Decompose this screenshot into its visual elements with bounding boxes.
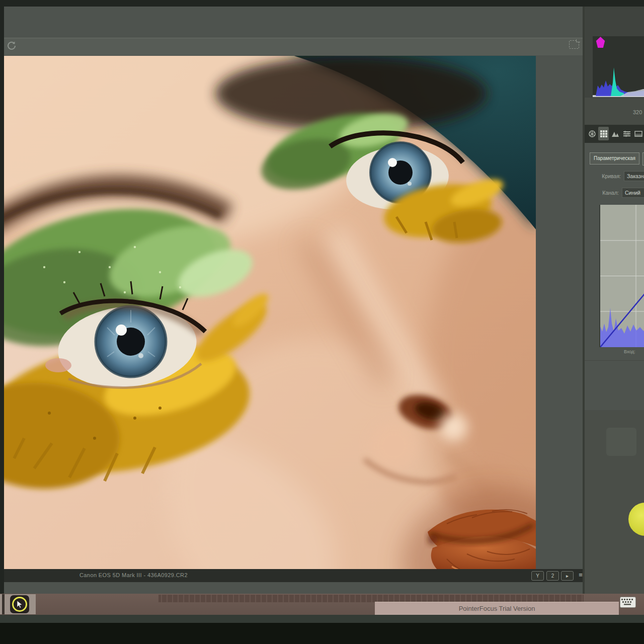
window-left-edge [0,7,4,594]
curve-type-dropdown[interactable]: Заказная [624,171,644,181]
panel-divider [585,360,644,361]
photo-editor-app: Canon EOS 5D Mark III - 436A0929.CR2 Y 2… [0,0,644,644]
tab-panel-icon[interactable] [633,127,643,140]
tab-levels-icon[interactable] [621,127,632,140]
viewer-play-button[interactable]: ▸ [561,571,574,581]
tab-aperture-icon[interactable] [587,127,597,140]
viewer-toolbar [4,38,583,55]
viewer-proof-button[interactable]: Y [531,571,544,581]
channel-label: Канал: [589,190,619,196]
cursor-highlight-ring-icon [12,597,27,612]
selection-frame-icon[interactable] [569,40,579,49]
channel-dropdown[interactable]: Синий [622,188,644,198]
curve-plot [600,205,644,347]
camera-file-info: Canon EOS 5D Mark III - 436A0929.CR2 [79,572,188,578]
viewer-zoom-button[interactable]: 2 [546,571,559,581]
panel-tool-well [606,428,636,456]
keyboard-display-button[interactable] [620,597,636,608]
highlight-cursor-button[interactable] [10,595,29,613]
tab-grid-icon[interactable] [598,127,609,140]
photo-canvas[interactable] [4,56,536,569]
trial-version-banner: PointerFocus Trial Version [375,602,619,615]
cursor-arrow-icon [17,601,23,608]
bottom-strip-lower [0,623,644,644]
window-top-edge [0,0,644,7]
iso-value: 320 [633,109,644,115]
rotate-icon[interactable] [6,40,17,51]
watermark-strip [158,595,584,602]
bottom-strip-upper [0,615,644,623]
tab-mountains-icon[interactable] [610,127,620,140]
curve-graph[interactable] [599,205,644,347]
curve-input-label: Вход: [624,349,635,354]
tab-parametric-curve[interactable]: Параметрическая [590,152,639,165]
curve-type-label: Кривая: [591,173,621,179]
portrait-photo [4,56,536,569]
keyboard-icon [620,597,634,606]
